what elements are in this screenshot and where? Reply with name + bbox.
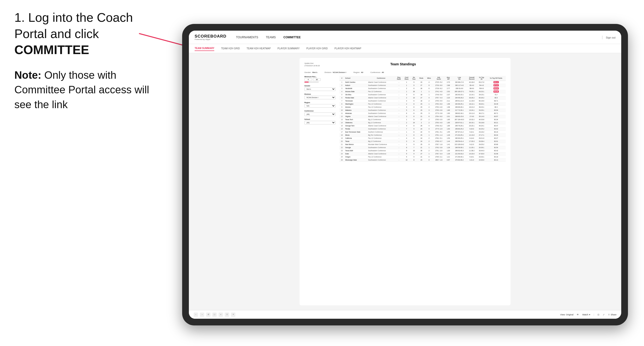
toolbar-btn-4[interactable]: □: [212, 313, 217, 317]
cell-rnds: 18: [418, 99, 426, 102]
sub-nav-player-h2h-heatmap[interactable]: PLAYER H2H HEATMAP: [334, 46, 361, 51]
cell-low-sg: 260 117-4-0: [452, 84, 467, 87]
sub-nav-team-summary[interactable]: TEAM SUMMARY: [194, 46, 214, 51]
cell-conference: Big 12 Conference: [367, 121, 395, 124]
table-row: 19 California Pac-12 Conference — 4 8 24…: [340, 137, 506, 140]
share-btn[interactable]: ⇧ Share: [608, 314, 616, 316]
cell-avg-sg: 1.41: [445, 143, 452, 146]
cell-vs-top-25: 59-6-0: [477, 87, 486, 90]
cell-avg-sg: 1.63: [445, 127, 452, 130]
toolbar-btn-3[interactable]: ↺: [206, 313, 210, 317]
cell-conf-rank: 5: [403, 109, 410, 112]
cell-no-tour: 8: [410, 134, 417, 137]
toolbar-btn-6[interactable]: ⇧: [225, 313, 229, 317]
cell-overall-record: 12-14-1: [467, 93, 477, 96]
standings-table: # School Conference RegRank ConfRank NoT…: [340, 76, 506, 162]
cell-vs-top-50: 87.21: [486, 84, 506, 87]
toolbar-btn-1[interactable]: ←: [194, 313, 198, 317]
region-select[interactable]: N/A: [304, 104, 336, 108]
cell-low-sg: 265 61-21-0: [452, 99, 467, 102]
toolbar-btn-2[interactable]: →: [200, 313, 204, 317]
cell-no-tour: 9: [410, 127, 417, 130]
cell-rank: 23: [340, 149, 344, 152]
cell-reg-rank: —: [395, 152, 403, 155]
cell-overall-record: 79-25-1: [467, 90, 477, 93]
cell-vs-top-50: 80.02: [486, 127, 506, 130]
cell-conference: Mountain West Conference: [367, 143, 395, 146]
cell-overall-record: 12-13-0: [467, 134, 477, 137]
sign-out-link[interactable]: Sign out: [606, 36, 616, 39]
cell-vs-top-50: 80.42: [486, 149, 506, 152]
conference-select[interactable]: (All): [304, 112, 336, 116]
cell-vs-top-25: 27-17-1: [477, 134, 486, 137]
cell-avg-sg: 2.20: [445, 96, 452, 99]
cell-conf-rank: 8: [403, 146, 410, 149]
cell-vs-top-25: 33-29-1: [477, 109, 486, 112]
watch-btn[interactable]: Watch ▾: [582, 314, 590, 316]
cell-conf-rank: 1: [403, 143, 410, 146]
cell-low-sg: 265 100-27-1: [452, 90, 467, 93]
cell-low-sg: 268 82-18-1: [452, 112, 467, 115]
cell-vs-top-25: 29-25-2: [477, 143, 486, 146]
cell-vs-top-50: 80.54: [486, 146, 506, 149]
cell-adj-score: 276.3 -6.0: [433, 102, 445, 106]
rounds-slider[interactable]: [304, 82, 319, 83]
cell-rnds: 23: [418, 159, 426, 162]
eye-icon: 👁: [577, 314, 579, 316]
nav-teams[interactable]: TEAMS: [266, 35, 276, 40]
col-overall-record: OverallRecord: [467, 76, 477, 81]
cell-rnds: 26: [418, 124, 426, 127]
cell-wins: 1: [425, 152, 433, 155]
cell-adj-score: 273.6 -6.0: [433, 84, 445, 87]
division-select[interactable]: NCAA Division I: [304, 96, 336, 99]
cell-adj-score: 278.7 -1.8: [433, 143, 445, 146]
cell-vs-top-25: 20-39-1: [477, 146, 486, 149]
cell-rank: 3: [340, 87, 344, 90]
cell-adj-score: 279.1 -2.0: [433, 149, 445, 152]
sub-nav-team-h2h-heatmap[interactable]: TEAM H2H HEATMAP: [246, 46, 271, 51]
cell-overall-record: 11-29-1: [467, 146, 477, 149]
nav-committee[interactable]: COMMITTEE: [284, 35, 301, 40]
cell-vs-top-25: 23-16-2: [477, 130, 486, 134]
division-label: Division:: [324, 71, 332, 73]
cell-vs-top-50: 80.21: [486, 121, 506, 124]
cell-wins: 1: [425, 102, 433, 106]
cell-wins: 3: [425, 109, 433, 112]
gender-select[interactable]: Men's: [304, 87, 336, 91]
cell-conference: Southeastern Conference: [367, 109, 395, 112]
cell-rank: 5: [340, 93, 344, 96]
min-rounds-input1[interactable]: [304, 78, 312, 81]
cell-rnds: 2: [418, 121, 426, 124]
cell-wins: 8: [425, 143, 433, 146]
cell-low-sg: 271 66-40-1: [452, 155, 467, 159]
cell-conference: Atlantic Coast Conference: [367, 115, 395, 118]
school-select[interactable]: (All): [304, 121, 336, 124]
toolbar-icon-2[interactable]: ⤢: [603, 314, 605, 316]
min-rounds-input2[interactable]: [313, 78, 321, 81]
cell-vs-top-50: 80.34: [486, 134, 506, 137]
sign-out-area: | Sign out: [602, 35, 616, 39]
cell-conf-rank: 4: [403, 137, 410, 140]
nav-tournaments[interactable]: TOURNAMENTS: [236, 35, 258, 40]
sub-nav-player-h2h-grid[interactable]: PLAYER H2H GRID: [306, 46, 328, 51]
toolbar-btn-clock[interactable]: ⚬: [231, 313, 235, 317]
cell-overall-record: 11-19-0: [467, 99, 477, 102]
toolbar-icon-1[interactable]: ⊡: [598, 314, 600, 316]
cell-vs-top-25: 60-19-0: [477, 99, 486, 102]
cell-school: Texas A&M: [344, 149, 367, 152]
cell-conf-rank: 1: [403, 134, 410, 137]
cell-adj-score: 276.8 -6.2: [433, 124, 445, 127]
cell-rnds: 23: [418, 134, 426, 137]
cell-wins: 2: [425, 149, 433, 152]
cell-rnds: 23: [418, 81, 426, 84]
view-original-btn[interactable]: View: Original: [560, 314, 573, 316]
cell-reg-rank: —: [395, 159, 403, 162]
cell-overall-record: 33-29-2: [467, 96, 477, 99]
sub-nav-player-summary[interactable]: PLAYER SUMMARY: [278, 46, 300, 51]
sub-nav-team-h2h-grid[interactable]: TEAM H2H GRID: [221, 46, 240, 51]
toolbar-btn-5[interactable]: +: [218, 313, 223, 317]
cell-vs-top-50: 80.13: [486, 159, 506, 162]
cell-reg-rank: —: [395, 99, 403, 102]
cell-no-tour: 10: [410, 96, 417, 99]
cell-rank: 10: [340, 109, 344, 112]
